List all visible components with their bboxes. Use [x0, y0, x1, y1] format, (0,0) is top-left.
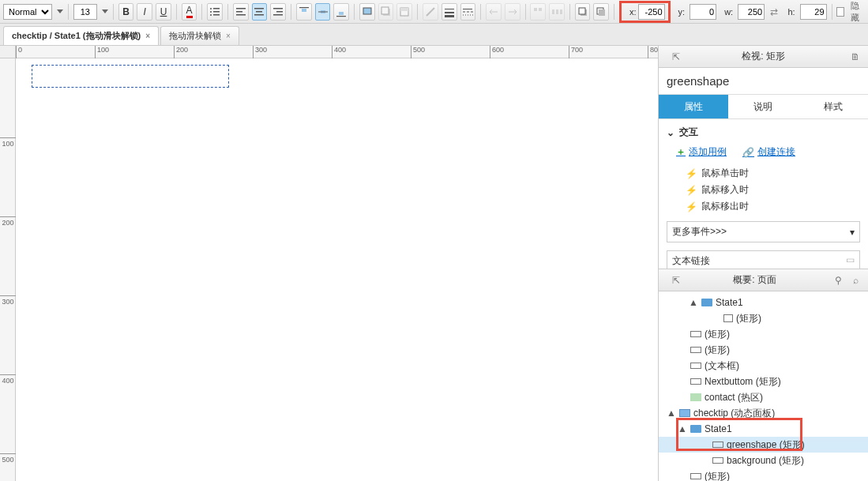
notes-icon[interactable]: 🗎: [849, 51, 862, 63]
svg-rect-28: [445, 15, 454, 17]
interactions-section-header[interactable]: ⌄ 交互: [667, 126, 860, 139]
outline-title: 概要: 页面: [733, 273, 776, 287]
font-size-input[interactable]: [73, 4, 97, 20]
event-row[interactable]: ⚡鼠标移入时: [686, 183, 860, 197]
svg-rect-25: [400, 8, 408, 11]
svg-rect-27: [445, 12, 454, 13]
arrow-end-button[interactable]: [505, 3, 520, 21]
inspector-body: ⌄ 交互 ＋添加用例 🔗创建连接 ⚡鼠标单击时⚡鼠标移入时⚡鼠标移出时 更多事件…: [659, 119, 868, 269]
h-input[interactable]: [800, 4, 827, 20]
x-coord-highlight: x:: [619, 1, 671, 23]
event-row[interactable]: ⚡鼠标单击时: [686, 167, 860, 180]
tree-row[interactable]: background (矩形): [659, 453, 868, 468]
bold-button[interactable]: B: [118, 3, 134, 21]
inner-shadow-button[interactable]: [396, 3, 412, 21]
subtab-properties[interactable]: 属性: [659, 95, 728, 118]
canvas[interactable]: [16, 58, 658, 481]
tree-label: Nextbuttom (矩形): [705, 375, 781, 389]
lock-aspect-icon[interactable]: ⇄: [769, 6, 778, 17]
tree-row[interactable]: ▲State1: [659, 421, 868, 437]
text-color-button[interactable]: A: [182, 3, 197, 21]
bullets-button[interactable]: [207, 3, 223, 21]
search-icon[interactable]: ⌕: [849, 274, 862, 287]
line-color-button[interactable]: [423, 3, 438, 21]
tree-row[interactable]: contact (热区): [659, 389, 868, 405]
svg-rect-18: [318, 11, 328, 12]
x-label: x:: [629, 7, 637, 17]
svg-rect-23: [381, 7, 389, 14]
line-style-button[interactable]: [460, 3, 476, 21]
tree-toggle[interactable]: ▲: [689, 297, 698, 308]
filter-icon[interactable]: ⚲: [832, 274, 844, 287]
send-back-button[interactable]: [593, 3, 609, 21]
tree-row[interactable]: (矩形): [659, 468, 868, 481]
collapse-icon[interactable]: ⇱: [670, 274, 682, 287]
line-width-button[interactable]: [442, 3, 457, 21]
italic-button[interactable]: I: [137, 3, 152, 21]
event-label: 鼠标移入时: [701, 183, 749, 197]
paragraph-style-select[interactable]: Normal: [3, 4, 52, 20]
distribute-widgets-button[interactable]: [549, 3, 565, 21]
close-icon[interactable]: ×: [226, 32, 231, 40]
rect-icon: [690, 378, 701, 385]
underline-button[interactable]: U: [156, 3, 171, 21]
tree-toggle[interactable]: ▲: [667, 408, 676, 419]
outline-tree[interactable]: ▲State1(矩形)(矩形)(矩形)(文本框)Nextbuttom (矩形)c…: [659, 291, 868, 481]
valign-middle-button[interactable]: [315, 3, 331, 21]
text-links-section[interactable]: 文本链接▭: [667, 250, 860, 269]
tree-toggle[interactable]: ▲: [678, 423, 687, 434]
tree-row[interactable]: (矩形): [659, 310, 868, 326]
subtab-notes[interactable]: 说明: [728, 95, 798, 118]
tree-row[interactable]: (矩形): [659, 326, 868, 342]
svg-rect-5: [213, 14, 220, 16]
svg-rect-31: [539, 8, 542, 11]
bring-front-button[interactable]: [575, 3, 591, 21]
w-input[interactable]: [738, 4, 765, 20]
svg-rect-10: [256, 11, 262, 13]
subtab-style[interactable]: 样式: [798, 95, 868, 118]
event-row[interactable]: ⚡鼠标移出时: [686, 200, 860, 213]
tab-checktip-state1[interactable]: checktip / State1 (拖动滑块解锁) ×: [3, 26, 159, 45]
tree-row[interactable]: ▲checktip (动态面板): [659, 405, 868, 421]
selected-rectangle[interactable]: [32, 65, 229, 88]
tab-label: checktip / State1 (拖动滑块解锁): [12, 30, 141, 42]
panel-icon: [679, 409, 690, 417]
create-link-link[interactable]: 🔗创建连接: [742, 145, 795, 159]
x-input[interactable]: [638, 4, 665, 20]
collapse-icon[interactable]: ⇱: [670, 51, 682, 63]
rect-icon: [712, 457, 723, 464]
plus-icon: ＋: [676, 145, 686, 159]
add-case-link[interactable]: ＋添加用例: [676, 145, 727, 159]
tree-row[interactable]: (文本框): [659, 358, 868, 374]
outer-shadow-button[interactable]: [378, 3, 394, 21]
svg-point-2: [210, 11, 212, 13]
close-icon[interactable]: ×: [145, 32, 150, 40]
more-events-dropdown[interactable]: 更多事件>>>▾: [667, 221, 860, 242]
svg-rect-29: [463, 9, 472, 9]
hidden-checkbox[interactable]: [836, 7, 844, 17]
valign-bottom-button[interactable]: [333, 3, 349, 21]
tree-row[interactable]: greenshape (矩形): [659, 437, 868, 453]
valign-top-button[interactable]: [296, 3, 312, 21]
widget-name-field[interactable]: greenshape: [659, 68, 868, 95]
w-label: w:: [724, 7, 733, 17]
rect-icon: [690, 347, 701, 353]
hotspot-icon: [690, 393, 701, 401]
tree-row[interactable]: Nextbuttom (矩形): [659, 374, 868, 389]
fill-color-button[interactable]: [359, 3, 375, 21]
svg-rect-6: [236, 8, 246, 9]
svg-rect-26: [445, 9, 454, 9]
outline-header: ⇱ 概要: 页面 ⚲ ⌕: [659, 269, 868, 291]
align-right-button[interactable]: [270, 3, 286, 21]
tree-row[interactable]: (矩形): [659, 342, 868, 358]
canvas-area[interactable]: 0100200300400500600700800 10020030040050…: [0, 46, 658, 481]
align-left-button[interactable]: [233, 3, 249, 21]
svg-rect-30: [534, 8, 537, 11]
align-widgets-button[interactable]: [530, 3, 546, 21]
y-input[interactable]: [690, 4, 716, 20]
align-center-button[interactable]: [252, 3, 268, 21]
tab-drag-unlock[interactable]: 拖动滑块解锁 ×: [160, 26, 239, 45]
arrow-start-button[interactable]: [486, 3, 502, 21]
tree-row[interactable]: ▲State1: [659, 295, 868, 310]
hidden-label: 隐藏: [851, 0, 865, 24]
